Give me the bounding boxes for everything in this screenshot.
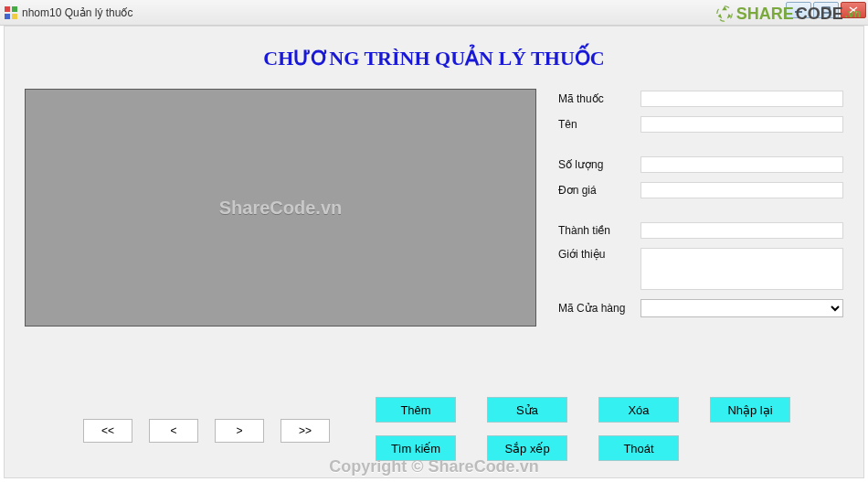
input-so-luong[interactable] [640, 156, 843, 173]
input-ma-thuoc[interactable] [640, 91, 843, 107]
form-panel: Mã thuốc Tên Số lượng Đơn giá Thành tiền [558, 89, 843, 327]
label-ma-cua-hang: Mã Cửa hàng [558, 302, 631, 315]
window-title: nhom10 Quản lý thuốc [22, 6, 132, 19]
label-gioi-thieu: Giới thiệu [558, 248, 631, 261]
sua-button[interactable]: Sửa [487, 397, 567, 423]
tim-kiem-button[interactable]: Tìm kiếm [376, 435, 456, 461]
input-gioi-thieu[interactable] [640, 248, 843, 290]
page-title: CHƯƠNG TRÌNH QUẢN LÝ THUỐC [5, 27, 863, 81]
svg-rect-0 [5, 6, 10, 12]
thoat-button[interactable]: Thoát [598, 435, 679, 461]
minimize-button[interactable] [786, 2, 811, 18]
maximize-button[interactable] [813, 2, 839, 18]
sap-xep-button[interactable]: Sắp xếp [487, 435, 567, 461]
svg-rect-2 [5, 14, 10, 19]
select-ma-cua-hang[interactable] [640, 299, 843, 317]
nav-prev-button[interactable]: < [149, 419, 198, 443]
label-so-luong: Số lượng [558, 158, 631, 171]
svg-rect-3 [12, 14, 17, 19]
them-button[interactable]: Thêm [376, 397, 456, 423]
window-titlebar: nhom10 Quản lý thuốc [0, 0, 868, 26]
close-button[interactable] [841, 2, 866, 18]
app-icon [4, 5, 18, 20]
label-don-gia: Đơn giá [558, 184, 631, 197]
label-thanh-tien: Thành tiền [558, 224, 631, 237]
nav-next-button[interactable]: > [215, 419, 264, 443]
input-thanh-tien[interactable] [640, 222, 843, 239]
nav-last-button[interactable]: >> [281, 419, 330, 443]
input-ten[interactable] [640, 116, 843, 133]
xoa-button[interactable]: Xóa [598, 397, 679, 423]
nhap-lai-button[interactable]: Nhập lại [710, 397, 790, 423]
client-area: CHƯƠNG TRÌNH QUẢN LÝ THUỐC ShareCode.vn … [4, 26, 864, 478]
grid-watermark: ShareCode.vn [219, 198, 342, 219]
data-grid[interactable]: ShareCode.vn [25, 89, 536, 327]
record-nav: << < > >> [83, 419, 330, 443]
label-ma-thuoc: Mã thuốc [558, 92, 631, 105]
svg-rect-5 [822, 7, 830, 13]
svg-rect-1 [12, 6, 17, 12]
nav-first-button[interactable]: << [83, 419, 132, 443]
input-don-gia[interactable] [640, 182, 843, 198]
label-ten: Tên [558, 118, 631, 131]
